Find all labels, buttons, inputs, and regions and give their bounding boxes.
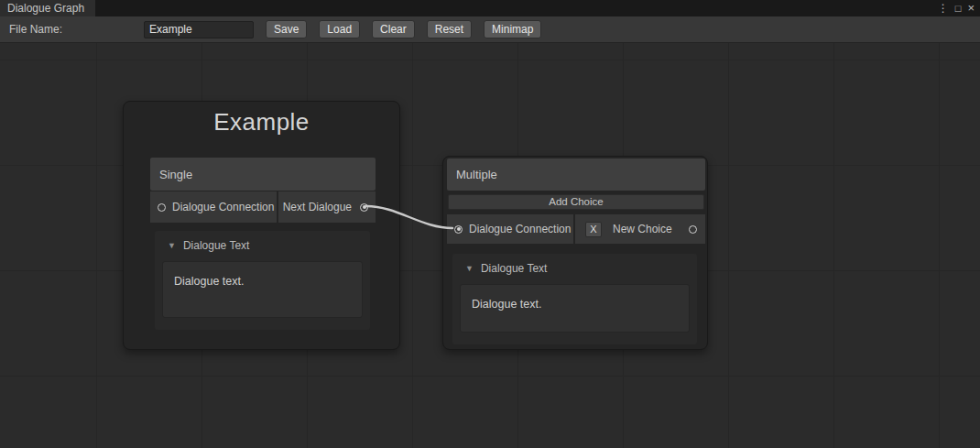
tab-dialogue-graph[interactable]: Dialogue Graph xyxy=(0,0,95,16)
port-row: Dialogue Connection X New Choice xyxy=(447,214,705,244)
input-port-icon[interactable] xyxy=(454,225,463,234)
reset-button[interactable]: Reset xyxy=(427,20,472,38)
port-row: Dialogue Connection Next Dialogue xyxy=(150,191,376,223)
dialogue-text-section: ▼ Dialogue Text Dialogue text. xyxy=(452,254,697,344)
dialogue-text-field[interactable]: Dialogue text. xyxy=(162,261,363,318)
foldout-label: Dialogue Text xyxy=(481,262,548,275)
dialogue-text-foldout[interactable]: ▼ Dialogue Text xyxy=(155,231,370,259)
foldout-label: Dialogue Text xyxy=(183,239,250,252)
save-button[interactable]: Save xyxy=(266,20,307,38)
load-button[interactable]: Load xyxy=(319,20,360,38)
node-header-multiple[interactable]: Multiple xyxy=(447,158,705,191)
node-single[interactable]: Example Single Dialogue Connection Next … xyxy=(123,101,400,350)
input-port-label: Dialogue Connection xyxy=(469,223,571,235)
window-controls: ⋮ □ × xyxy=(938,0,975,16)
add-choice-button[interactable]: Add Choice xyxy=(448,194,704,210)
window-menu-icon[interactable]: ⋮ xyxy=(938,0,949,16)
node-header-single[interactable]: Single xyxy=(150,158,376,191)
node-header-label: Multiple xyxy=(456,168,497,181)
node-multiple[interactable]: Multiple Add Choice Dialogue Connection … xyxy=(442,156,708,350)
foldout-arrow-icon: ▼ xyxy=(465,264,474,273)
input-port-label: Dialogue Connection xyxy=(172,201,274,213)
dialogue-text-foldout[interactable]: ▼ Dialogue Text xyxy=(452,254,697,282)
file-name-label: File Name: xyxy=(9,23,144,36)
choice-name-field[interactable]: New Choice xyxy=(613,223,678,235)
window-close-icon[interactable]: × xyxy=(967,0,975,16)
delete-choice-button[interactable]: X xyxy=(585,222,602,237)
input-port-cell: Dialogue Connection xyxy=(150,191,277,223)
choice-output-port-icon[interactable] xyxy=(689,225,697,234)
dialogue-text-field[interactable]: Dialogue text. xyxy=(460,284,690,333)
graph-canvas[interactable]: Example Single Dialogue Connection Next … xyxy=(0,43,980,448)
node-title: Example xyxy=(124,108,399,137)
node-header-label: Single xyxy=(159,168,192,181)
output-port-icon[interactable] xyxy=(360,203,368,212)
minimap-button[interactable]: Minimap xyxy=(484,20,541,38)
input-port-cell: Dialogue Connection xyxy=(447,214,573,244)
dialogue-text-section: ▼ Dialogue Text Dialogue text. xyxy=(155,231,370,330)
window-title: Dialogue Graph xyxy=(7,2,84,15)
input-port-icon[interactable] xyxy=(158,203,166,212)
window-maximize-icon[interactable]: □ xyxy=(955,0,962,16)
output-port-cell: Next Dialogue xyxy=(278,191,376,223)
clear-button[interactable]: Clear xyxy=(372,20,415,38)
foldout-arrow-icon: ▼ xyxy=(168,241,176,250)
window-titlebar: Dialogue Graph ⋮ □ × xyxy=(0,0,980,16)
file-name-input[interactable] xyxy=(144,21,254,38)
choice-port-cell: X New Choice xyxy=(575,214,705,244)
output-port-label: Next Dialogue xyxy=(283,201,352,213)
toolbar: File Name: Save Load Clear Reset Minimap xyxy=(0,16,980,43)
